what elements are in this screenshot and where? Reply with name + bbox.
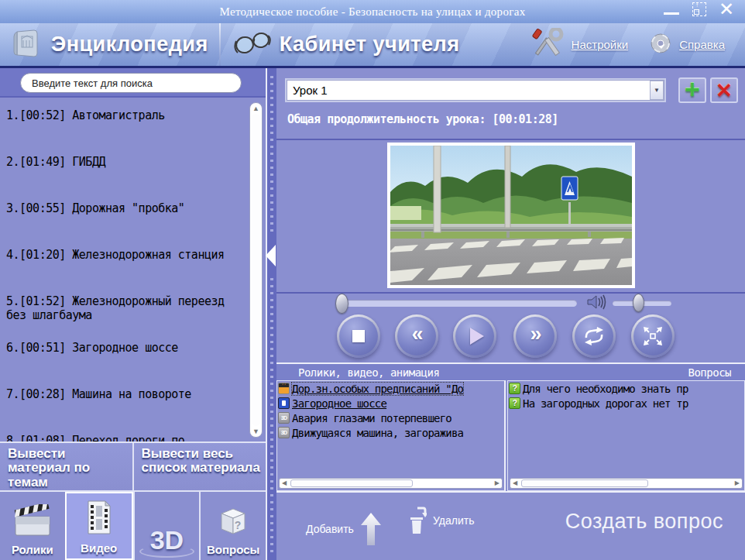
lesson-select-value: Урок 1 — [287, 84, 650, 97]
question-item-icon — [509, 397, 520, 409]
loop-button[interactable] — [572, 314, 616, 358]
media-item-icon — [278, 383, 290, 394]
scroll-left-icon[interactable]: ◀ — [282, 479, 287, 486]
delete-lesson-button[interactable]: ✕ — [710, 77, 738, 103]
delete-button[interactable]: Удалить — [407, 507, 474, 534]
loop-icon — [582, 327, 606, 345]
topic-list-item[interactable]: 7.[00:28] Машина на повороте — [6, 387, 244, 434]
forward-icon: » — [530, 324, 540, 345]
topic-list-item[interactable]: 2.[01:49] ГИБДД — [6, 155, 244, 201]
media-list-item[interactable]: Дор.зн.особых предписаний "До — [277, 381, 504, 396]
left-buttons: Вывести материал по темам Вывести весь с… — [0, 441, 266, 492]
tab-voprosy[interactable]: ? Вопросы — [199, 492, 266, 560]
encyclopedia-button[interactable]: Энциклопедия — [0, 23, 219, 66]
volume-icon[interactable] — [586, 293, 609, 314]
tools-icon — [530, 28, 564, 62]
scroll-up-icon[interactable]: ▲ — [250, 105, 262, 112]
question-list-hscrollbar[interactable]: ◀ ▶ — [510, 478, 743, 489]
delete-label: Удалить — [433, 514, 474, 527]
scroll-left-icon[interactable]: ◀ — [513, 479, 517, 486]
settings-button[interactable]: Настройки — [519, 23, 640, 66]
add-label: Добавить — [306, 523, 354, 535]
media-list-header: Ролики, видео, анимация — [276, 366, 688, 379]
panel-splitter[interactable] — [267, 68, 276, 560]
show-material-by-topics-button[interactable]: Вывести материал по темам — [0, 443, 132, 490]
main-toolbar: Энциклопедия Кабинет учителя — [0, 23, 745, 68]
bottom-action-bar: Добавить Удалить Создать вопрос — [276, 493, 745, 560]
collapse-panel-arrow-icon[interactable] — [266, 245, 276, 266]
topic-list-item[interactable]: 5.[01:52] Железнодорожный переезд без шл… — [6, 294, 244, 341]
play-button[interactable] — [453, 314, 496, 358]
rewind-icon: « — [411, 324, 421, 345]
close-button[interactable]: ✕ — [719, 2, 734, 17]
seek-slider-track[interactable] — [340, 300, 577, 307]
topic-list-item[interactable]: 3.[00:55] Дорожная "пробка" — [6, 201, 244, 248]
topic-list-item[interactable]: 1.[00:52] Автомагистраль — [6, 108, 244, 155]
tab-video-label: Видео — [81, 541, 117, 555]
svg-text:?: ? — [235, 519, 242, 531]
media-item-icon — [278, 412, 290, 424]
teacher-cabinet-button[interactable]: Кабинет учителя — [221, 23, 471, 66]
stop-button[interactable] — [337, 314, 380, 358]
scroll-right-icon[interactable]: ▶ — [735, 479, 740, 486]
fullscreen-button[interactable] — [631, 314, 675, 358]
play-icon — [470, 328, 484, 345]
3d-icon: 3D — [150, 527, 184, 553]
help-label: Справка — [679, 38, 725, 51]
divider — [276, 292, 745, 294]
lesson-select[interactable]: Урок 1 ▼ — [285, 78, 666, 102]
show-full-material-list-button[interactable]: Вывести весь список материала — [132, 443, 266, 490]
media-list-item[interactable]: Загородное шоссе — [277, 396, 504, 411]
topic-list-item[interactable]: 8.[01:08] Переход дороги по надземному п… — [6, 434, 244, 441]
tab-video[interactable]: Видео — [65, 492, 133, 560]
topic-list-item[interactable]: 6.[00:51] Загородное шоссе — [6, 341, 244, 387]
tab-3d[interactable]: 3D — [133, 492, 200, 560]
seek-slider-thumb[interactable] — [335, 294, 348, 314]
question-list-header: Вопросы — [688, 366, 745, 379]
volume-slider-thumb[interactable] — [633, 294, 644, 312]
add-button[interactable]: Добавить — [306, 511, 382, 547]
media-item-icon — [278, 397, 290, 409]
tab-voprosy-label: Вопросы — [207, 543, 259, 556]
scrollbar-thumb[interactable] — [290, 479, 413, 487]
scrollbar-thumb[interactable] — [251, 114, 261, 426]
window-controls: ↑→ ✕ — [663, 2, 734, 17]
question-list-item[interactable]: На загородных дорогах нет тр — [508, 396, 744, 411]
scroll-right-icon[interactable]: ▶ — [495, 479, 500, 486]
chevron-down-icon[interactable]: ▼ — [650, 81, 664, 100]
trash-icon — [407, 507, 427, 534]
minimize-button[interactable] — [663, 2, 680, 17]
topic-list-item[interactable]: 4.[01:20] Железнодорожная станция — [6, 248, 244, 294]
search-input[interactable] — [20, 73, 242, 93]
media-list-item[interactable]: Движущаяся машина, загоражива — [277, 425, 504, 440]
rewind-button[interactable]: « — [395, 314, 438, 358]
right-panel: Урок 1 ▼ + ✕ Общая продолжительность уро… — [276, 68, 745, 560]
left-panel: 1.[00:52] Автомагистраль 2.[01:49] ГИБДД… — [0, 68, 267, 560]
scrollbar-thumb[interactable] — [521, 479, 648, 487]
topic-list-scrollbar[interactable]: ▲ ▼ — [249, 102, 263, 438]
restore-button[interactable]: ↑→ — [692, 2, 706, 16]
media-item-icon — [278, 427, 290, 438]
video-preview — [387, 143, 635, 288]
stop-icon — [352, 330, 365, 342]
clapperboard-icon — [12, 504, 53, 540]
create-question-button[interactable]: Создать вопрос — [565, 510, 723, 534]
lists-header: Ролики, видео, анимация Вопросы — [276, 364, 745, 380]
scroll-down-icon[interactable]: ▼ — [250, 428, 262, 435]
forward-button[interactable]: » — [513, 314, 557, 358]
media-list-item[interactable]: Авария глазами потерпевшего — [277, 411, 504, 425]
splitter-grip-icon — [270, 76, 273, 552]
media-list-hscrollbar[interactable]: ◀ ▶ — [279, 478, 503, 489]
window-titlebar: Методическое пособие - Безопасность на у… — [0, 0, 745, 23]
divider — [276, 139, 745, 140]
glasses-icon — [232, 28, 272, 62]
question-list-item[interactable]: Для чего необходимо знать пр — [508, 381, 744, 396]
up-arrow-icon — [360, 511, 382, 547]
tab-roliki-label: Ролики — [12, 543, 53, 556]
help-button[interactable]: Справка — [639, 23, 745, 66]
teacher-cabinet-label: Кабинет учителя — [280, 33, 460, 57]
cd-icon — [650, 33, 671, 57]
add-lesson-button[interactable]: + — [678, 77, 706, 103]
tab-roliki[interactable]: Ролики — [0, 492, 65, 560]
settings-label: Настройки — [572, 38, 629, 51]
